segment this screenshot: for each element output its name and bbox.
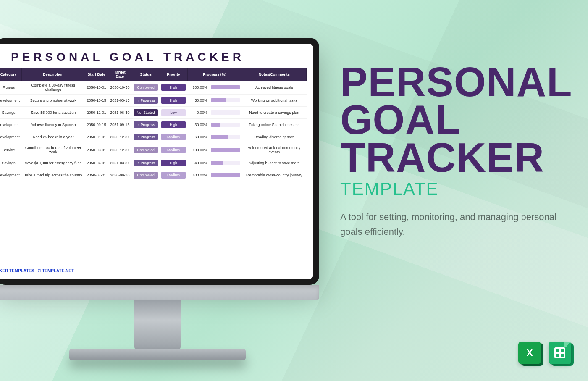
goal-tracker-table: Category Description Start Date Target D… xyxy=(0,68,307,181)
priority-badge: Medium xyxy=(161,172,186,179)
cell-priority: Medium xyxy=(160,143,187,157)
cell-status: In Progress xyxy=(132,95,160,107)
status-badge: Completed xyxy=(134,172,158,179)
cell-notes: Adjusting budget to save more xyxy=(242,157,306,169)
table-row: DevelopmentSecure a promotion at work205… xyxy=(0,95,307,107)
cell-target-date: 2050-09-30 xyxy=(108,169,132,181)
hero-subtitle: TEMPLATE xyxy=(340,179,567,199)
cell-priority: High xyxy=(160,157,187,169)
cell-start-date: 2050-09-15 xyxy=(85,119,108,131)
cell-description: Contribute 100 hours of volunteer work xyxy=(21,143,85,157)
cell-status: In Progress xyxy=(132,157,160,169)
cell-progress-pct: 100.00% xyxy=(187,143,209,157)
monitor-mockup: PERSONAL GOAL TRACKER Category Descripti… xyxy=(0,38,319,360)
progress-value: 60.00% xyxy=(189,135,207,139)
col-status: Status xyxy=(132,68,160,81)
spreadsheet-screen: PERSONAL GOAL TRACKER Category Descripti… xyxy=(0,44,313,279)
cell-status: Completed xyxy=(132,169,160,181)
status-badge: Completed xyxy=(134,147,158,153)
col-progress: Progress (%) xyxy=(187,68,242,81)
cell-category: Development xyxy=(0,95,21,107)
cell-target-date: 2051-09-15 xyxy=(108,119,132,131)
cell-status: In Progress xyxy=(132,119,160,131)
cell-start-date: 2050-10-15 xyxy=(85,95,108,107)
monitor-chin xyxy=(0,285,319,300)
cell-priority: Medium xyxy=(160,169,187,181)
table-row: SavingsSave $5,000 for a vacation2050-11… xyxy=(0,107,307,119)
status-badge: In Progress xyxy=(134,134,158,140)
priority-badge: High xyxy=(161,84,186,91)
progress-value: 100.00% xyxy=(189,173,207,177)
cell-progress-bar xyxy=(209,119,242,131)
table-body: FitnessComplete a 30-day fitness challen… xyxy=(0,81,307,181)
col-notes: Notes/Comments xyxy=(242,68,306,81)
tracker-templates-link[interactable]: KER TEMPLATES xyxy=(0,268,34,273)
cell-start-date: 2050-11-01 xyxy=(85,107,108,119)
table-row: DevelopmentAchieve fluency in Spanish205… xyxy=(0,119,307,131)
table-row: SavingsSave $10,000 for emergency fund20… xyxy=(0,157,307,169)
hero-tagline: A tool for setting, monitoring, and mana… xyxy=(340,210,559,239)
progress-value: 100.00% xyxy=(189,148,207,152)
cell-status: Completed xyxy=(132,143,160,157)
cell-notes: Taking online Spanish lessons xyxy=(242,119,306,131)
hero-line-3: TRACKER xyxy=(340,134,544,181)
priority-badge: Medium xyxy=(161,134,186,140)
status-badge: In Progress xyxy=(134,97,158,104)
cell-target-date: 2050-12-31 xyxy=(108,131,132,143)
cell-priority: High xyxy=(160,81,187,95)
format-icons: X xyxy=(518,342,571,364)
cell-progress-pct: 50.00% xyxy=(187,95,209,107)
cell-progress-bar xyxy=(209,81,242,95)
cell-category: Development xyxy=(0,119,21,131)
cell-target-date: 2050-12-31 xyxy=(108,143,132,157)
cell-description: Take a road trip across the country xyxy=(21,169,85,181)
table-header: Category Description Start Date Target D… xyxy=(0,68,307,81)
cell-progress-bar xyxy=(209,95,242,107)
col-start-date: Start Date xyxy=(85,68,108,81)
progress-bar xyxy=(211,85,240,89)
col-description: Description xyxy=(21,68,85,81)
progress-value: 30.00% xyxy=(189,123,207,127)
cell-status: Not Started xyxy=(132,107,160,119)
cell-status: In Progress xyxy=(132,131,160,143)
cell-priority: High xyxy=(160,119,187,131)
cell-progress-bar xyxy=(209,143,242,157)
cell-progress-pct: 100.00% xyxy=(187,169,209,181)
status-badge: Completed xyxy=(134,84,158,91)
google-sheets-icon xyxy=(549,342,571,364)
cell-description: Achieve fluency in Spanish xyxy=(21,119,85,131)
cell-priority: Medium xyxy=(160,131,187,143)
cell-start-date: 2050-04-01 xyxy=(85,157,108,169)
template-net-link[interactable]: © TEMPLATE.NET xyxy=(38,268,74,273)
cell-category: Fitness xyxy=(0,81,21,95)
table-row: DevelopmentRead 25 books in a year2050-0… xyxy=(0,131,307,143)
progress-value: 0.00% xyxy=(189,110,207,115)
progress-bar xyxy=(211,135,240,139)
cell-progress-bar xyxy=(209,107,242,119)
cell-start-date: 2050-07-01 xyxy=(85,169,108,181)
cell-priority: Low xyxy=(160,107,187,119)
cell-category: Savings xyxy=(0,107,21,119)
cell-notes: Need to create a savings plan xyxy=(242,107,306,119)
cell-notes: Memorable cross-country journey xyxy=(242,169,306,181)
col-target-date: Target Date xyxy=(108,68,132,81)
cell-category: Development xyxy=(0,131,21,143)
status-badge: In Progress xyxy=(134,121,158,128)
col-priority: Priority xyxy=(160,68,187,81)
progress-bar xyxy=(211,110,240,115)
cell-target-date: 2051-06-30 xyxy=(108,107,132,119)
excel-icon: X xyxy=(518,342,541,364)
monitor-stand-base xyxy=(69,349,246,360)
screen-bezel: PERSONAL GOAL TRACKER Category Descripti… xyxy=(0,38,319,285)
sheet-title: PERSONAL GOAL TRACKER xyxy=(0,49,307,68)
table-row: FitnessComplete a 30-day fitness challen… xyxy=(0,81,307,95)
excel-glyph: X xyxy=(518,342,541,364)
cell-progress-pct: 40.00% xyxy=(187,157,209,169)
cell-category: Service xyxy=(0,143,21,157)
priority-badge: High xyxy=(161,97,186,104)
progress-bar xyxy=(211,161,240,165)
footer-links: KER TEMPLATES © TEMPLATE.NET xyxy=(0,268,74,273)
hero-copy: PERSONAL GOAL TRACKER TEMPLATE A tool fo… xyxy=(340,63,567,239)
table-row: ServiceContribute 100 hours of volunteer… xyxy=(0,143,307,157)
monitor-stand-neck xyxy=(134,300,181,350)
